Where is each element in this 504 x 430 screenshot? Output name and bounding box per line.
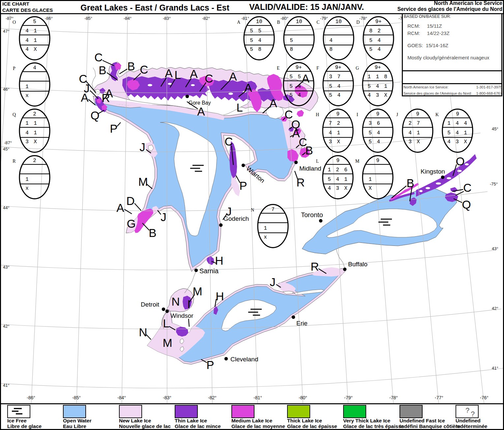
svg-text:?: ? [471,410,475,417]
svg-text:?: ? [465,406,469,414]
